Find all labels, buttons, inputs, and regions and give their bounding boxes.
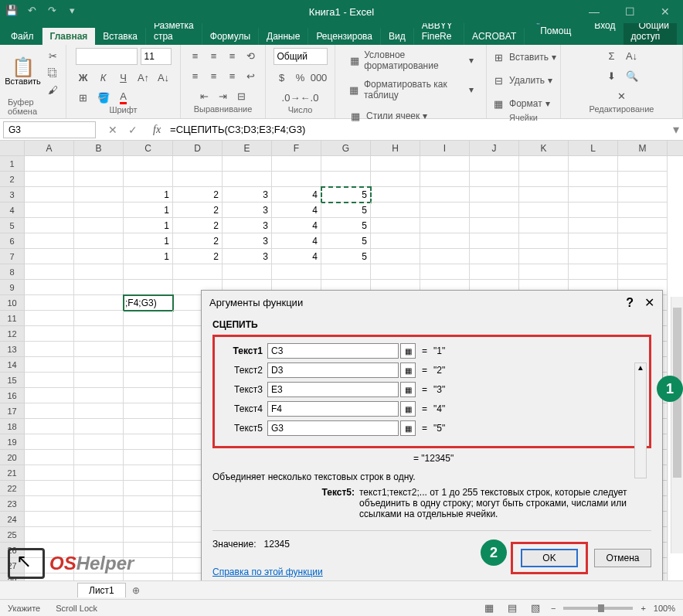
- cell-F6[interactable]: 4: [272, 233, 321, 249]
- format-painter-icon[interactable]: 🖌: [46, 82, 61, 97]
- cell-F8[interactable]: [272, 264, 321, 280]
- cell-J3[interactable]: [470, 187, 519, 202]
- formula-input[interactable]: [167, 122, 669, 137]
- cell-A20[interactable]: [25, 450, 74, 465]
- col-header-I[interactable]: I: [420, 141, 470, 155]
- row-header-10[interactable]: 10: [0, 295, 25, 311]
- format-cells-button[interactable]: ▦Формат ▾: [486, 94, 555, 113]
- row-header-24[interactable]: 24: [0, 512, 25, 527]
- cell-C13[interactable]: [124, 342, 173, 357]
- cell-E5[interactable]: 3: [223, 218, 272, 233]
- cell-A9[interactable]: [25, 280, 74, 295]
- row-header-14[interactable]: 14: [0, 357, 25, 373]
- arg-input-2[interactable]: [267, 382, 399, 397]
- bold-icon[interactable]: Ж: [76, 70, 91, 85]
- close-button[interactable]: ✕: [647, 0, 683, 23]
- tab-insert[interactable]: Вставка: [95, 28, 146, 45]
- cell-D4[interactable]: 2: [173, 202, 223, 218]
- cell-F3[interactable]: 4: [272, 187, 321, 202]
- row-header-13[interactable]: 13: [0, 342, 25, 357]
- cell-A12[interactable]: [25, 326, 74, 342]
- row-header-17[interactable]: 17: [0, 403, 25, 419]
- cell-B20[interactable]: [74, 450, 124, 465]
- cancel-button[interactable]: Отмена: [594, 549, 651, 567]
- cell-B12[interactable]: [74, 326, 124, 342]
- border-icon[interactable]: ⊞: [76, 90, 91, 105]
- row-header-7[interactable]: 7: [0, 249, 25, 264]
- tab-acrobat[interactable]: ACROBAT: [464, 28, 525, 45]
- italic-icon[interactable]: К: [96, 70, 111, 85]
- orientation-icon[interactable]: ⟲: [243, 48, 259, 63]
- row-header-12[interactable]: 12: [0, 326, 25, 342]
- cell-L8[interactable]: [569, 264, 618, 280]
- zoom-out-button[interactable]: −: [551, 604, 556, 613]
- tab-review[interactable]: Рецензирова: [308, 28, 381, 45]
- sort-icon[interactable]: A↓: [624, 48, 640, 63]
- cell-B18[interactable]: [74, 419, 124, 434]
- fill-color-icon[interactable]: 🪣: [96, 90, 111, 105]
- cell-B3[interactable]: [74, 187, 124, 202]
- comma-icon[interactable]: 000: [311, 70, 327, 85]
- clear-icon[interactable]: ✕: [614, 88, 630, 104]
- cancel-formula-icon[interactable]: ✕: [108, 124, 117, 136]
- autosum-icon[interactable]: Σ: [604, 48, 620, 63]
- cell-B15[interactable]: [74, 373, 124, 388]
- dialog-help-button[interactable]: ?: [626, 296, 634, 310]
- cell-B17[interactable]: [74, 403, 124, 419]
- cell-H4[interactable]: [371, 202, 420, 218]
- cell-A13[interactable]: [25, 342, 74, 357]
- cell-A11[interactable]: [25, 311, 74, 326]
- cell-A25[interactable]: [25, 527, 74, 543]
- expand-formula-icon[interactable]: ▾: [669, 122, 683, 137]
- cell-A7[interactable]: [25, 249, 74, 264]
- cell-J8[interactable]: [470, 264, 519, 280]
- cell-H3[interactable]: [371, 187, 420, 202]
- cell-E8[interactable]: [223, 264, 272, 280]
- cell-F1[interactable]: [272, 156, 321, 172]
- dialog-close-button[interactable]: ✕: [644, 295, 654, 310]
- vertical-scrollbar[interactable]: [671, 297, 683, 553]
- cell-E3[interactable]: 3: [223, 187, 272, 202]
- cell-A23[interactable]: [25, 496, 74, 512]
- cell-B9[interactable]: [74, 280, 124, 295]
- col-header-L[interactable]: L: [569, 141, 618, 155]
- cell-A19[interactable]: [25, 434, 74, 450]
- align-top-icon[interactable]: ≡: [188, 48, 203, 63]
- cell-G2[interactable]: [321, 172, 371, 187]
- cell-C7[interactable]: 1: [124, 249, 173, 264]
- cell-M1[interactable]: [618, 156, 668, 172]
- cell-C1[interactable]: [124, 156, 173, 172]
- tab-view[interactable]: Вид: [381, 28, 414, 45]
- row-header-4[interactable]: 4: [0, 202, 25, 218]
- fill-icon[interactable]: ⬇: [604, 68, 620, 83]
- cell-B21[interactable]: [74, 465, 124, 481]
- cell-B5[interactable]: [74, 218, 124, 233]
- cell-L7[interactable]: [569, 249, 618, 264]
- cell-I2[interactable]: [420, 172, 470, 187]
- cell-J7[interactable]: [470, 249, 519, 264]
- cell-C10[interactable]: ;F4;G3): [124, 295, 173, 311]
- cell-D3[interactable]: 2: [173, 187, 223, 202]
- col-header-E[interactable]: E: [223, 141, 272, 155]
- redo-icon[interactable]: ↷: [45, 3, 59, 17]
- col-header-M[interactable]: M: [618, 141, 668, 155]
- row-header-21[interactable]: 21: [0, 465, 25, 481]
- cell-L5[interactable]: [569, 218, 618, 233]
- col-header-J[interactable]: J: [470, 141, 519, 155]
- cell-H6[interactable]: [371, 233, 420, 249]
- merge-icon[interactable]: ⊟: [234, 88, 250, 104]
- cell-A3[interactable]: [25, 187, 74, 202]
- cell-C25[interactable]: [124, 527, 173, 543]
- percent-icon[interactable]: %: [293, 70, 308, 85]
- cell-M3[interactable]: [618, 187, 668, 202]
- name-box[interactable]: [3, 121, 96, 138]
- cell-C9[interactable]: [124, 280, 173, 295]
- paste-icon[interactable]: 📋: [15, 60, 31, 75]
- cell-B19[interactable]: [74, 434, 124, 450]
- cut-icon[interactable]: ✂: [46, 48, 61, 63]
- cell-D1[interactable]: [173, 156, 223, 172]
- cell-C19[interactable]: [124, 434, 173, 450]
- row-header-2[interactable]: 2: [0, 172, 25, 187]
- arg-input-3[interactable]: [267, 401, 399, 417]
- align-bottom-icon[interactable]: ≡: [225, 48, 240, 63]
